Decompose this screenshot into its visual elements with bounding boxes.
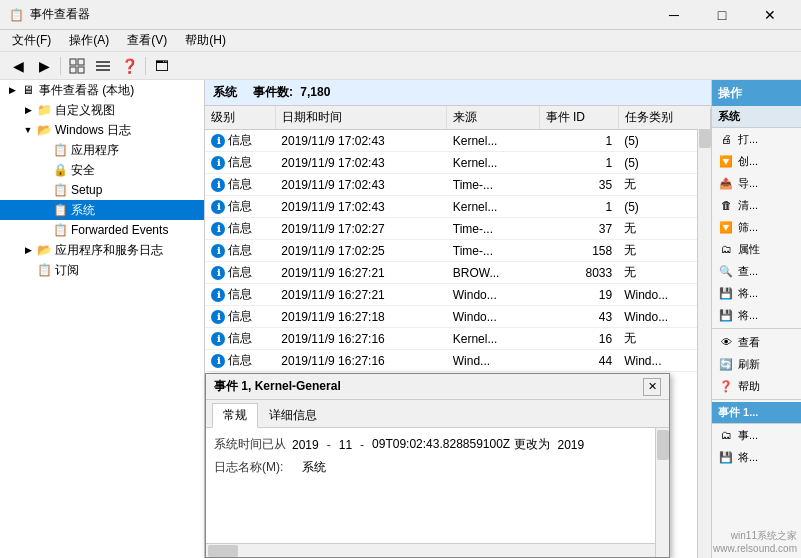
ops-item-print[interactable]: 🖨 打... — [712, 128, 801, 150]
toolbar-sep-1 — [60, 57, 61, 75]
dialog-tab-detail[interactable]: 详细信息 — [258, 403, 328, 427]
sidebar-label-sys: 系统 — [71, 202, 95, 219]
cell-level: ℹ 信息 — [205, 218, 275, 240]
expand-icon-sys — [36, 202, 52, 218]
menu-file[interactable]: 文件(F) — [4, 30, 59, 51]
svg-rect-5 — [96, 65, 110, 67]
col-task[interactable]: 任务类别 — [618, 106, 710, 130]
dialog-tab-general[interactable]: 常规 — [212, 403, 258, 428]
sidebar-item-root[interactable]: ▶ 🖥 事件查看器 (本地) — [0, 80, 204, 100]
ops-item-create[interactable]: 🔽 创... — [712, 150, 801, 172]
sidebar-item-subscriptions[interactable]: 📋 订阅 — [0, 260, 204, 280]
dialog-title: 事件 1, Kernel-General — [214, 378, 341, 395]
sidebar-item-setup[interactable]: 📋 Setup — [0, 180, 204, 200]
sidebar-item-windows-logs[interactable]: ▼ 📂 Windows 日志 — [0, 120, 204, 140]
sidebar-item-forwarded-events[interactable]: 📋 Forwarded Events — [0, 220, 204, 240]
sidebar-item-application[interactable]: 📋 应用程序 — [0, 140, 204, 160]
title-bar-left: 📋 事件查看器 — [8, 6, 90, 23]
sidebar-item-system[interactable]: 📋 系统 — [0, 200, 204, 220]
col-eventid[interactable]: 事件 ID — [539, 106, 618, 130]
ops-section-event[interactable]: 事件 1... — [712, 402, 801, 424]
ops-item-properties[interactable]: 🗂 属性 — [712, 238, 801, 260]
grid-button[interactable] — [91, 55, 115, 77]
sidebar-label-winlogs: Windows 日志 — [55, 122, 131, 139]
minimize-button[interactable]: ─ — [651, 4, 697, 26]
sidebar-item-app-service[interactable]: ▶ 📂 应用程序和服务日志 — [0, 240, 204, 260]
cell-source: Kernel... — [447, 130, 539, 152]
sidebar-label-sec: 安全 — [71, 162, 95, 179]
cell-datetime: 2019/11/9 16:27:21 — [275, 284, 446, 306]
sidebar-item-custom-views[interactable]: ▶ 📁 自定义视图 — [0, 100, 204, 120]
cell-eventid: 35 — [539, 174, 618, 196]
ops-item-help[interactable]: ❓ 帮助 — [712, 375, 801, 397]
table-row[interactable]: ℹ 信息2019/11/9 17:02:43Time-...35无 — [205, 174, 711, 196]
app-title: 事件查看器 — [30, 6, 90, 23]
svg-rect-1 — [78, 59, 84, 65]
ops-item-filter[interactable]: 🔽 筛... — [712, 216, 801, 238]
close-button[interactable]: ✕ — [747, 4, 793, 26]
table-row[interactable]: ℹ 信息2019/11/9 17:02:43Kernel...1(5) — [205, 130, 711, 152]
ops-item-clear[interactable]: 🗑 清... — [712, 194, 801, 216]
table-row[interactable]: ℹ 信息2019/11/9 16:27:21BROW...8033无 — [205, 262, 711, 284]
info-badge: ℹ — [211, 156, 225, 170]
sidebar-label-root: 事件查看器 (本地) — [39, 82, 134, 99]
ops-item-save1[interactable]: 💾 将... — [712, 282, 801, 304]
expand-icon-app — [36, 142, 52, 158]
ops-item-export[interactable]: 📤 导... — [712, 172, 801, 194]
window-button[interactable]: 🗔 — [150, 55, 174, 77]
table-row[interactable]: ℹ 信息2019/11/9 16:27:16Kernel...16无 — [205, 328, 711, 350]
table-scrollbar[interactable] — [697, 106, 711, 558]
view-button[interactable] — [65, 55, 89, 77]
ops-item-event1[interactable]: 🗂 事... — [712, 424, 801, 446]
cell-level: ℹ 信息 — [205, 152, 275, 174]
dialog-title-bar: 事件 1, Kernel-General ✕ — [206, 374, 669, 400]
properties-icon: 🗂 — [718, 241, 734, 257]
col-datetime[interactable]: 日期和时间 — [275, 106, 446, 130]
cell-source: Windo... — [447, 284, 539, 306]
ops-item-search[interactable]: 🔍 查... — [712, 260, 801, 282]
table-row[interactable]: ℹ 信息2019/11/9 16:27:18Windo...43Windo... — [205, 306, 711, 328]
dialog-field-logname: 日志名称(M): 系统 — [214, 459, 651, 476]
table-row[interactable]: ℹ 信息2019/11/9 17:02:43Kernel...1(5) — [205, 196, 711, 218]
col-source[interactable]: 来源 — [447, 106, 539, 130]
cell-level: ℹ 信息 — [205, 174, 275, 196]
menu-view[interactable]: 查看(V) — [119, 30, 175, 51]
dialog-sep1: - — [327, 438, 331, 452]
table-row[interactable]: ℹ 信息2019/11/9 16:27:21Windo...19Windo... — [205, 284, 711, 306]
forward-button[interactable]: ▶ — [32, 55, 56, 77]
cell-source: BROW... — [447, 262, 539, 284]
table-row[interactable]: ℹ 信息2019/11/9 16:27:16Wind...44Wind... — [205, 350, 711, 372]
toolbar: ◀ ▶ ❓ 🗔 — [0, 52, 801, 80]
ops-item-view[interactable]: 👁 查看 — [712, 331, 801, 353]
table-row[interactable]: ℹ 信息2019/11/9 17:02:43Kernel...1(5) — [205, 152, 711, 174]
dialog-close-button[interactable]: ✕ — [643, 378, 661, 396]
menu-action[interactable]: 操作(A) — [61, 30, 117, 51]
table-row[interactable]: ℹ 信息2019/11/9 17:02:25Time-...158无 — [205, 240, 711, 262]
event-count-label: 事件数: 7,180 — [253, 84, 330, 101]
cell-level: ℹ 信息 — [205, 240, 275, 262]
back-button[interactable]: ◀ — [6, 55, 30, 77]
cell-level: ℹ 信息 — [205, 262, 275, 284]
help-button[interactable]: ❓ — [117, 55, 141, 77]
app-icon: 📋 — [8, 7, 24, 23]
ops-section-system[interactable]: 系统 — [712, 106, 801, 128]
dialog-hscrollbar[interactable] — [206, 543, 655, 557]
maximize-button[interactable]: □ — [699, 4, 745, 26]
ops-item-event2[interactable]: 💾 将... — [712, 446, 801, 468]
svg-rect-0 — [70, 59, 76, 65]
sidebar-label-svc: 应用程序和服务日志 — [55, 242, 163, 259]
export-icon: 📤 — [718, 175, 734, 191]
ops-item-save2[interactable]: 💾 将... — [712, 304, 801, 326]
help-ops-icon: ❓ — [718, 378, 734, 394]
sidebar-item-security[interactable]: 🔒 安全 — [0, 160, 204, 180]
grid-icon — [95, 58, 111, 74]
table-row[interactable]: ℹ 信息2019/11/9 17:02:27Time-...37无 — [205, 218, 711, 240]
col-level[interactable]: 级别 — [205, 106, 275, 130]
dialog-vscrollbar[interactable] — [655, 428, 669, 557]
expand-icon-winlogs: ▼ — [20, 122, 36, 138]
ops-item-refresh[interactable]: 🔄 刷新 — [712, 353, 801, 375]
menu-help[interactable]: 帮助(H) — [177, 30, 234, 51]
save2-icon: 💾 — [718, 307, 734, 323]
cell-source: Time-... — [447, 240, 539, 262]
detail-dialog: 事件 1, Kernel-General ✕ 常规 详细信息 系统时间已从 20… — [205, 373, 670, 558]
